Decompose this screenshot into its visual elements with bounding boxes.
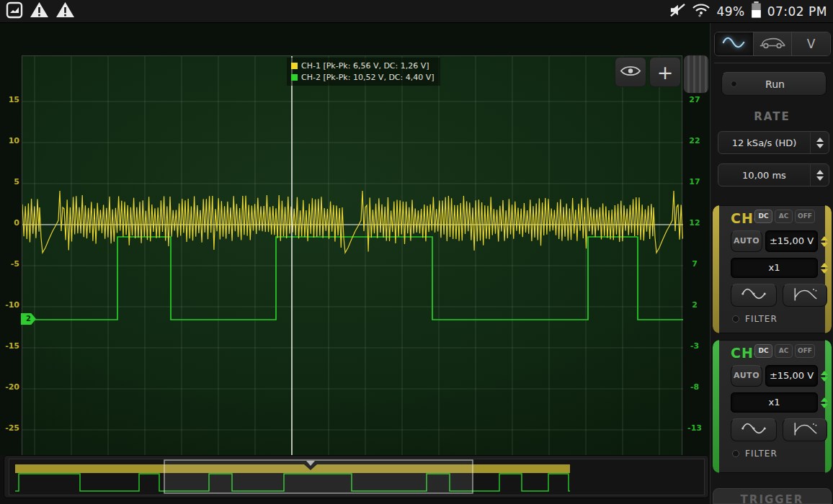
- ch1-probe-multiplier-stepper[interactable]: [819, 258, 829, 278]
- right-axis-tick: -8: [685, 382, 705, 392]
- right-axis-tick: 12: [685, 218, 705, 228]
- scope-plot-canvas[interactable]: [22, 56, 683, 463]
- run-button-label: Run: [737, 78, 813, 90]
- record-overview-plot[interactable]: [9, 459, 705, 495]
- sample-rate-select[interactable]: 12 kSa/s (HD): [718, 131, 829, 154]
- step-up-icon: [816, 170, 824, 174]
- tab-waveform[interactable]: [715, 32, 754, 55]
- ch1-range-field[interactable]: ±15,00 V: [765, 230, 818, 252]
- battery-percent: 49%: [716, 4, 744, 19]
- ch2-probe-multiplier-stepper[interactable]: [819, 392, 829, 413]
- ch2-coupling-dc[interactable]: DC: [754, 344, 772, 358]
- left-axis-tick: -5: [0, 259, 19, 269]
- right-axis-tick: 17: [685, 177, 705, 186]
- scope-plot[interactable]: [22, 55, 682, 462]
- ch1-coupling-ac[interactable]: AC: [775, 210, 793, 223]
- channel-measurements: CH-1 [Pk-Pk: 6,56 V, DC: 1,26 V] CH-2 [P…: [287, 58, 440, 86]
- ch1-frequency-response-button[interactable]: [783, 284, 827, 307]
- ch2-trace[interactable]: [22, 237, 683, 320]
- eye-icon: [620, 64, 641, 81]
- ch2-probe-multiplier-field[interactable]: x1: [731, 392, 818, 413]
- left-axis-tick: -25: [0, 423, 19, 433]
- ch1-range-stepper[interactable]: [819, 230, 829, 252]
- trigger-section-header[interactable]: TRIGGER: [713, 488, 832, 504]
- ch1-waveform-view-button[interactable]: [731, 284, 777, 307]
- step-down-icon: [816, 176, 824, 181]
- left-axis-tick: -10: [0, 300, 19, 310]
- car-icon: [758, 35, 787, 53]
- step-up-icon: [821, 371, 828, 375]
- step-down-icon: [821, 269, 828, 274]
- sine-wave-icon: [721, 35, 747, 53]
- chart-app-icon: [6, 1, 23, 22]
- ch1-probe-multiplier-field[interactable]: x1: [731, 258, 818, 278]
- left-axis-tick: -15: [0, 341, 19, 351]
- warning-icon: [30, 1, 49, 21]
- left-axis-tick: 0: [0, 218, 19, 228]
- ch2-range-stepper[interactable]: [819, 365, 829, 387]
- record-overview-strip: [4, 455, 709, 498]
- sample-rate-value: 12 kSa/s (HD): [718, 138, 810, 148]
- warning-icon: [55, 1, 75, 21]
- time-window-value: 10,00 ms: [718, 170, 810, 181]
- sine-wave-icon: [739, 420, 768, 439]
- right-axis-tick: 27: [685, 95, 705, 104]
- left-axis-tick: 5: [0, 177, 19, 186]
- ch1-coupling-dc[interactable]: DC: [754, 210, 772, 223]
- channel-1-panel: CH-1 DC AC OFF AUTO ±15,00 V x1: [713, 205, 832, 333]
- ch2-color-swatch: [291, 74, 298, 81]
- step-down-icon: [821, 377, 828, 382]
- right-axis-tick: 2: [685, 300, 705, 310]
- right-axis-tick: 7: [685, 259, 705, 269]
- overview-viewport-selector[interactable]: [164, 460, 473, 493]
- control-panel: V Run RATE 12 kSa/s (HD) 10,00 ms CH-1 D…: [710, 23, 833, 504]
- tab-automotive[interactable]: [754, 32, 793, 55]
- right-axis-tick: -13: [685, 423, 705, 433]
- ch1-measurement: CH-1 [Pk-Pk: 6,56 V, DC: 1,26 V]: [291, 60, 435, 71]
- step-down-icon: [816, 144, 824, 148]
- ch1-color-swatch: [291, 63, 298, 69]
- ch2-coupling-ac[interactable]: AC: [775, 344, 793, 358]
- frequency-response-icon: [790, 285, 819, 305]
- step-up-icon: [821, 397, 828, 402]
- rate-section-title: RATE: [710, 110, 833, 123]
- run-button[interactable]: Run: [721, 72, 827, 96]
- panel-divider: [714, 63, 831, 63]
- ch1-accent-stripe: [713, 205, 719, 333]
- visibility-button[interactable]: [615, 57, 646, 87]
- ch2-waveform-view-button[interactable]: [731, 418, 777, 441]
- ch2-accent-stripe: [713, 340, 719, 473]
- drawer-grip-handle[interactable]: [683, 55, 709, 94]
- right-axis-tick: 22: [685, 136, 705, 145]
- oscilloscope-app: 49% 07:02 PM 15 10 5 0 -5 -10 -15 -20 -2…: [0, 0, 833, 504]
- ch1-coupling-off[interactable]: OFF: [795, 210, 815, 223]
- voltmeter-tab-label: V: [807, 37, 816, 51]
- tab-voltmeter[interactable]: V: [792, 32, 830, 55]
- time-window-stepper[interactable]: [810, 164, 829, 186]
- muted-speaker-icon: [669, 3, 686, 20]
- left-axis-tick: 10: [0, 136, 19, 145]
- ch2-range-field[interactable]: ±15,00 V: [765, 365, 818, 387]
- ch1-trace[interactable]: [22, 191, 682, 253]
- run-led: [731, 81, 737, 87]
- ch2-filter-toggle[interactable]: FILTER: [732, 449, 778, 459]
- ch2-coupling-off[interactable]: OFF: [795, 344, 815, 358]
- scope-area: 15 10 5 0 -5 -10 -15 -20 -25 27 22 17 12…: [0, 23, 710, 455]
- time-window-select[interactable]: 10,00 ms: [718, 163, 829, 186]
- ch1-filter-label: FILTER: [745, 314, 778, 324]
- ch1-coupling-group: DC AC OFF: [754, 210, 815, 223]
- ch1-auto-button[interactable]: AUTO: [731, 230, 762, 252]
- wifi-icon: [692, 2, 710, 21]
- overview-canvas[interactable]: [9, 459, 704, 495]
- channel-2-panel: CH-2 DC AC OFF AUTO ±15,00 V x1: [713, 340, 832, 473]
- ch1-filter-toggle[interactable]: FILTER: [732, 314, 778, 324]
- ch2-filter-led: [732, 450, 739, 457]
- ch1-panel-body: CH-1 DC AC OFF AUTO ±15,00 V x1: [719, 205, 825, 333]
- add-button[interactable]: +: [649, 57, 681, 87]
- step-up-icon: [821, 263, 828, 267]
- sample-rate-stepper[interactable]: [810, 132, 829, 153]
- ch2-frequency-response-button[interactable]: [783, 418, 827, 441]
- left-axis-tick: -20: [0, 382, 19, 392]
- ch2-auto-button[interactable]: AUTO: [731, 365, 762, 387]
- ch2-panel-body: CH-2 DC AC OFF AUTO ±15,00 V x1: [719, 340, 825, 473]
